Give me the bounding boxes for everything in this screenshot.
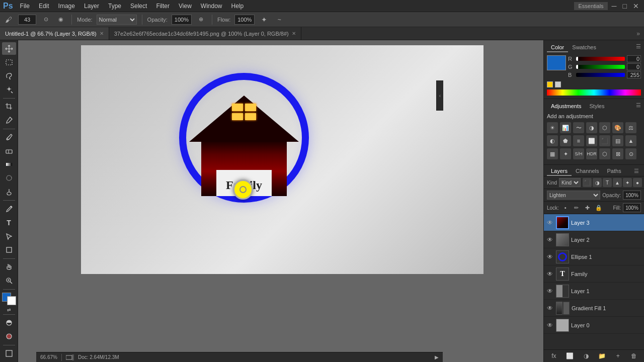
crop-tool[interactable] xyxy=(2,100,16,113)
flow-input[interactable] xyxy=(234,15,255,25)
panel-collapse-button[interactable]: ‹ xyxy=(436,80,443,111)
invert-icon[interactable]: ⬛ xyxy=(599,135,610,146)
type-tool[interactable]: T xyxy=(2,216,16,229)
new-layer-button[interactable]: + xyxy=(613,351,622,360)
menu-edit[interactable]: Edit xyxy=(35,2,53,11)
color-lookup-icon[interactable]: ⬜ xyxy=(586,135,597,146)
posterize-icon[interactable]: ▤ xyxy=(612,135,623,146)
magic-wand-tool[interactable] xyxy=(2,83,16,96)
lock-position-button[interactable]: ✚ xyxy=(583,203,592,212)
gradient-map-icon[interactable]: ▦ xyxy=(547,148,558,159)
swap-colors-button[interactable]: ⇄ xyxy=(7,307,11,312)
black-white-icon[interactable]: ◐ xyxy=(547,135,558,146)
eraser-tool[interactable] xyxy=(2,145,16,157)
menu-filter[interactable]: Filter xyxy=(152,2,174,11)
color-spectrum-strip[interactable] xyxy=(547,89,641,96)
layer1-visibility[interactable]: 👁 xyxy=(547,288,554,295)
adj-panel-menu[interactable]: ☰ xyxy=(636,102,641,110)
layers-panel-menu[interactable]: ☰ xyxy=(632,167,641,176)
gradient-tool[interactable] xyxy=(2,158,16,171)
path-select-tool[interactable] xyxy=(2,230,16,242)
hue-saturation-icon[interactable]: 🎨 xyxy=(612,122,623,133)
workspace-selector[interactable]: Essentials xyxy=(574,2,607,10)
lock-image-button[interactable]: ✏ xyxy=(572,203,581,212)
layer-item-layer0[interactable]: 👁 Layer 0 xyxy=(544,317,644,334)
filter-pixel-icon[interactable]: ⬛ xyxy=(583,178,592,187)
curves-icon[interactable]: 〜 xyxy=(573,122,584,133)
layer-item-gradient1[interactable]: 👁 Gradient Fill 1 xyxy=(544,300,644,317)
move-tool[interactable] xyxy=(2,42,16,55)
layer-item-ellipse1[interactable]: 👁 Ellipse 1 xyxy=(544,248,644,265)
delete-layer-button[interactable]: 🗑 xyxy=(629,351,638,360)
menu-image[interactable]: Image xyxy=(54,2,79,11)
opacity-input[interactable] xyxy=(172,15,192,25)
blur-tool[interactable] xyxy=(2,172,16,185)
quick-mask-on[interactable] xyxy=(2,330,16,343)
filter-smart-icon[interactable]: ✦ xyxy=(623,178,632,187)
shape-tool[interactable] xyxy=(2,243,16,256)
tab-adjustments[interactable]: Adjustments xyxy=(547,102,586,110)
filter-adjustment-icon[interactable]: ◑ xyxy=(593,178,602,187)
menu-select[interactable]: Select xyxy=(126,2,151,11)
layer3-visibility[interactable]: 👁 xyxy=(547,219,554,226)
variations-icon[interactable]: ⬡ xyxy=(599,148,610,159)
g-slider[interactable] xyxy=(576,65,625,69)
opacity-toggle-icon[interactable]: ⊕ xyxy=(196,14,207,25)
filter-kind-select[interactable]: Kind xyxy=(559,178,581,187)
tab-color[interactable]: Color xyxy=(547,43,568,52)
tab-expand-button[interactable]: » xyxy=(632,30,644,37)
menu-help[interactable]: Help xyxy=(227,2,248,11)
window-close[interactable]: ✕ xyxy=(631,2,641,10)
zoom-tool[interactable] xyxy=(2,275,16,287)
selective-color-icon[interactable]: ✦ xyxy=(560,148,571,159)
menu-file[interactable]: File xyxy=(16,2,34,11)
b-value-input[interactable] xyxy=(627,71,641,78)
tab-png[interactable]: 37e2e62e6f765ecdae1c34dc6fe91495.png @ 1… xyxy=(109,27,301,40)
new-group-button[interactable]: 📁 xyxy=(597,351,606,360)
layer-item-layer2[interactable]: 👁 Layer 2 xyxy=(544,231,644,248)
tab-layers[interactable]: Layers xyxy=(547,167,572,176)
photo-filter-icon[interactable]: ⬟ xyxy=(560,135,571,146)
hand-tool[interactable] xyxy=(2,260,16,273)
b-slider[interactable] xyxy=(576,73,625,77)
brightness-contrast-icon[interactable]: ☀ xyxy=(547,122,558,133)
tab-png-close[interactable]: ✕ xyxy=(292,31,296,36)
tab-swatches[interactable]: Swatches xyxy=(568,43,600,52)
levels-icon[interactable]: 📊 xyxy=(560,122,571,133)
filter-type-icon[interactable]: T xyxy=(603,178,612,187)
foreground-background-swatches[interactable] xyxy=(2,293,16,305)
r-slider[interactable] xyxy=(576,57,625,61)
screen-mode-button[interactable] xyxy=(2,347,16,360)
layer0-visibility[interactable]: 👁 xyxy=(547,322,554,329)
exposure-icon[interactable]: ◑ xyxy=(586,122,597,133)
gradient1-visibility[interactable]: 👁 xyxy=(547,305,554,312)
fill-value-input[interactable] xyxy=(623,203,641,212)
family-visibility[interactable]: 👁 xyxy=(547,270,554,278)
menu-type[interactable]: Type xyxy=(104,2,125,11)
filter-toggle[interactable]: ● xyxy=(633,178,642,187)
g-value-input[interactable] xyxy=(627,63,641,70)
lock-all-button[interactable]: 🔒 xyxy=(594,203,603,212)
eyedropper-tool[interactable] xyxy=(2,114,16,127)
ellipse1-visibility[interactable]: 👁 xyxy=(547,253,554,260)
menu-layer[interactable]: Layer xyxy=(80,2,103,11)
layer-fx-button[interactable]: fx xyxy=(549,351,558,360)
layer-item-layer1[interactable]: 👁 Layer 1 xyxy=(544,283,644,300)
smoothing-icon[interactable]: ~ xyxy=(274,14,285,25)
layer-item-layer3[interactable]: 👁 Layer 3 xyxy=(544,214,644,231)
new-adjustment-button[interactable]: ◑ xyxy=(582,351,591,360)
color-panel-menu[interactable]: ☰ xyxy=(636,43,641,52)
shadows-highlights-icon[interactable]: S/H xyxy=(573,148,584,159)
lock-pixels-button[interactable]: ▪ xyxy=(561,203,570,212)
brush-size-input[interactable] xyxy=(18,15,36,25)
window-maximize[interactable]: □ xyxy=(621,2,629,10)
lasso-tool[interactable] xyxy=(2,69,16,82)
pen-tool[interactable] xyxy=(2,203,16,215)
tab-untitled[interactable]: Untitled-1 @ 66.7% (Layer 3, RGB/8) ✕ xyxy=(0,27,109,40)
airbrush-icon[interactable]: ✦ xyxy=(259,14,270,25)
tab-styles[interactable]: Styles xyxy=(586,102,609,110)
dodge-tool[interactable] xyxy=(2,186,16,198)
window-minimize[interactable]: ─ xyxy=(610,2,619,10)
quick-mask-off[interactable] xyxy=(2,317,16,329)
blend-mode-select[interactable]: Lighten xyxy=(547,191,600,200)
